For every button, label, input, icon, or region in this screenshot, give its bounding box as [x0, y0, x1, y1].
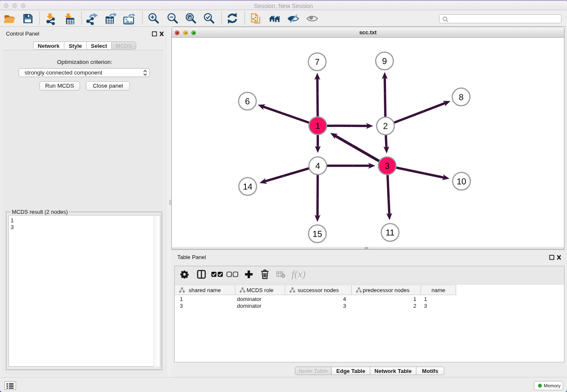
svg-text:1: 1: [315, 121, 320, 130]
svg-text:14: 14: [243, 182, 253, 191]
svg-text:9: 9: [382, 56, 387, 66]
svg-text:3: 3: [385, 161, 389, 171]
svg-text:15: 15: [312, 229, 322, 239]
svg-text:10: 10: [457, 176, 466, 186]
svg-text:4: 4: [315, 161, 320, 171]
svg-text:6: 6: [245, 96, 250, 106]
svg-text:8: 8: [459, 92, 463, 102]
svg-text:11: 11: [385, 227, 394, 237]
svg-text:2: 2: [383, 121, 388, 131]
svg-text:7: 7: [315, 57, 319, 66]
